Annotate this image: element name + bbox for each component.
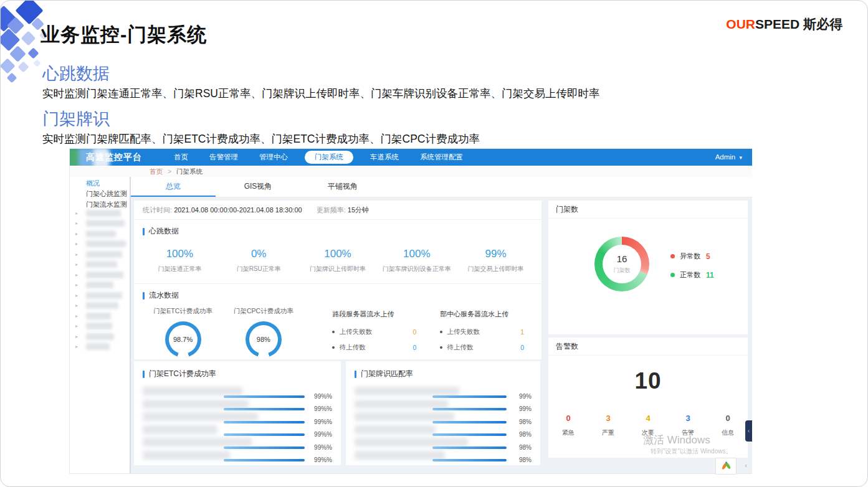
upload-group-title: 部中心服务器流水上传 — [440, 310, 533, 319]
chart-row: 99%% — [143, 400, 332, 413]
bullet-icon — [332, 331, 335, 333]
heartbeat-section-header: 心跳数据 — [134, 220, 541, 237]
chevron-right-icon: ▸ — [75, 210, 78, 217]
sidebar-item-overview[interactable]: 概况 — [70, 178, 130, 189]
stat-label: 门架RSU正常率 — [219, 265, 298, 273]
breadcrumb-home[interactable]: 首页 — [150, 168, 163, 175]
sidebar-item-blurred[interactable] — [86, 251, 122, 258]
bar — [432, 447, 507, 449]
nav-item-home[interactable]: 首页 — [163, 153, 199, 162]
upload-label: 上传失败数 — [447, 328, 480, 336]
bar-value: 99%% — [314, 418, 332, 425]
platform-title: 高速监控平台 — [86, 149, 142, 166]
stat-value: 100% — [140, 248, 219, 260]
sidebar-item-blurred[interactable] — [86, 210, 121, 217]
stat-label: 门架交易上传即时率 — [456, 265, 535, 273]
chevron-right-icon: ▸ — [75, 343, 78, 350]
sidebar-item-blurred[interactable] — [86, 333, 114, 340]
nav-item-lane-system[interactable]: 车道系统 — [360, 153, 409, 162]
nav-menu: 首页 告警管理 管理中心 门架系统 车道系统 系统管理配置 — [163, 149, 474, 166]
plate-match-chart-card: 门架牌识匹配率 99% 99% 98% 98% 98% 98% — [346, 361, 540, 465]
legend-dot-icon — [670, 254, 675, 258]
chart-row: 99%% — [143, 438, 332, 451]
donut-legend: 异常数5 正常数11 — [670, 252, 714, 289]
stat-value: 99% — [456, 248, 535, 260]
chart-header: 门架ETC计费成功率 — [134, 361, 341, 379]
stat-plate-upload: 100%门架牌识上传即时率 — [298, 248, 378, 273]
sidebar-item-blurred[interactable] — [86, 343, 110, 350]
sidebar-item-blurred[interactable] — [86, 220, 125, 227]
sidebar-item-blurred[interactable] — [86, 261, 117, 268]
nav-item-gantry-system[interactable]: 门架系统 — [305, 151, 353, 164]
upload-row: 上传失败数1 — [440, 328, 533, 336]
breadcrumb: 首页 > 门架系统 — [70, 166, 752, 177]
floating-collapse-button[interactable]: ‹ — [740, 458, 752, 473]
blurred-gantry-label — [143, 387, 242, 395]
stat-value: 100% — [298, 248, 378, 260]
alarm-stat-severe: 3严重 — [588, 414, 628, 437]
gauge-etc-success: 门架ETC计费成功率 98.7% — [143, 305, 223, 359]
upload-row: 上传失败数0 — [332, 328, 425, 336]
sidebar-item-blurred[interactable] — [86, 240, 126, 247]
upload-value: 1 — [520, 328, 524, 336]
sidebar-item-blurred[interactable] — [86, 272, 123, 278]
upload-value: 0 — [413, 328, 416, 336]
stats-bar: 统计时间: 2021.04.08 00:00:00-2021.04.08 18:… — [134, 201, 541, 220]
bullet-icon — [332, 346, 335, 349]
section-marker-icon — [355, 371, 356, 378]
chevron-right-icon: ▸ — [75, 333, 78, 340]
upload-label: 待上传数 — [447, 343, 473, 352]
stat-transaction: 99%门架交易上传即时率 — [456, 248, 535, 273]
sidebar-item-blurred[interactable] — [86, 313, 111, 319]
nav-item-system-config[interactable]: 系统管理配置 — [409, 153, 474, 162]
bar — [432, 433, 507, 436]
sidebar-item-flow-monitor[interactable]: 门架流水监测 — [70, 199, 130, 210]
chevron-down-icon: ▾ — [739, 154, 742, 161]
sidebar-item-blurred[interactable] — [86, 302, 118, 309]
blurred-gantry-label — [355, 438, 468, 447]
gauge-value: 98% — [249, 325, 278, 354]
chevron-right-icon: ▸ — [75, 261, 78, 268]
chevron-right-icon: ▸ — [75, 240, 78, 247]
sidebar-item-blurred[interactable] — [86, 230, 116, 237]
tab-overview[interactable]: 总览 — [131, 177, 216, 197]
collapse-panel-button[interactable]: ‹ — [745, 420, 752, 442]
bar-value: 98% — [519, 431, 532, 438]
sidebar-item-blurred[interactable] — [86, 292, 122, 299]
blurred-gantry-label — [143, 400, 249, 409]
page-title: 业务监控-门架系统 — [41, 22, 207, 48]
sidebar-item-blurred[interactable] — [86, 281, 113, 288]
tab-gis-view[interactable]: GIS视角 — [216, 177, 300, 197]
chart-row: 99%% — [143, 412, 332, 425]
floating-assistant-button[interactable] — [715, 458, 737, 475]
nav-item-mgmt-center[interactable]: 管理中心 — [249, 153, 298, 162]
blurred-gantry-label — [355, 412, 454, 421]
windows-activation-watermark: 激活 Windows — [643, 433, 710, 447]
chevron-left-icon: ‹ — [745, 461, 747, 469]
gantry-donut-chart: 16 门架数 — [594, 237, 649, 291]
tab-flat-view[interactable]: 平铺视角 — [300, 177, 385, 197]
view-tabs: 总览 GIS视角 平铺视角 — [131, 177, 752, 197]
chevron-left-icon: ‹ — [748, 428, 750, 434]
bar-chart: 99%% 99%% 99%% 99%% 99%% 99%% — [143, 387, 332, 463]
alarm-value: 0 — [708, 414, 748, 423]
sidebar: 概况 门架心跳监测 门架流水监测 ▸ ▸ ▸ ▸ ▸ ▸ ▸ ▸ ▸ ▸ ▸ ▸… — [70, 177, 131, 473]
gauge-ring: 98% — [246, 321, 282, 357]
chart-row: 98% — [355, 451, 532, 464]
main-content: 总览 GIS视角 平铺视角 统计时间: 2021.04.08 00:00:00-… — [131, 177, 752, 473]
alarm-total: 10 — [548, 368, 748, 394]
sidebar-item-heartbeat-monitor[interactable]: 门架心跳监测 — [70, 189, 130, 199]
top-navbar: 高速监控平台 首页 告警管理 管理中心 门架系统 车道系统 系统管理配置 Adm… — [70, 149, 752, 166]
nav-item-alarm-mgmt[interactable]: 告警管理 — [199, 153, 249, 162]
stat-time-label: 统计时间: — [143, 206, 172, 214]
legend-abnormal: 异常数5 — [670, 252, 714, 261]
gauge-label: 门架CPC计费成功率 — [223, 307, 303, 316]
bar — [224, 447, 305, 449]
sidebar-item-blurred[interactable] — [86, 323, 112, 329]
bullet-icon — [440, 346, 442, 349]
section-marker-icon — [143, 292, 145, 300]
chart-header: 门架牌识匹配率 — [346, 361, 540, 379]
flow-section-header: 流水数据 — [134, 284, 541, 301]
user-menu[interactable]: Admin ▾ — [715, 149, 742, 166]
bar-chart: 99% 99% 98% 98% 98% 98% — [355, 387, 532, 463]
